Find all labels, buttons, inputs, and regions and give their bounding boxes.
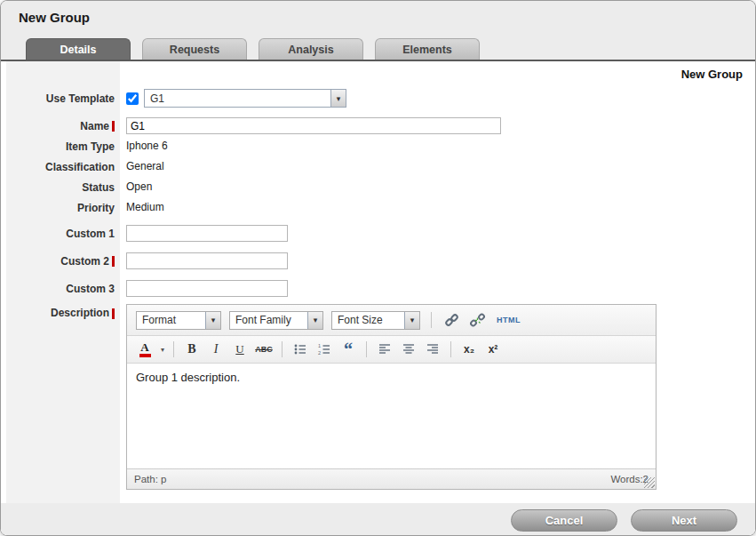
- template-select[interactable]: G1 ▾: [144, 89, 346, 108]
- footer-bar: Cancel Next: [1, 503, 755, 536]
- chevron-down-icon[interactable]: ▾: [205, 312, 220, 329]
- priority-value: Medium: [126, 197, 164, 218]
- italic-button[interactable]: I: [207, 340, 225, 358]
- description-row: Description Format ▾ Font Family ▾: [1, 304, 755, 490]
- strikethrough-button[interactable]: ABC: [255, 340, 273, 358]
- priority-label: Priority: [1, 199, 120, 217]
- custom3-row: Custom 3: [1, 278, 755, 299]
- item-type-label: Item Type: [1, 138, 120, 156]
- bullet-list-icon[interactable]: [291, 340, 309, 358]
- status-label: Status: [1, 179, 120, 196]
- tab-bar: Details Requests Analysis Elements: [1, 33, 755, 60]
- required-marker: [112, 256, 115, 267]
- custom1-row: Custom 1: [1, 223, 755, 244]
- font-color-chevron-icon[interactable]: ▾: [161, 346, 164, 354]
- align-left-icon[interactable]: [376, 340, 394, 358]
- classification-label: Classification: [1, 158, 120, 176]
- editor-path: Path: p: [134, 474, 166, 484]
- underline-button[interactable]: U: [231, 340, 249, 358]
- name-input[interactable]: [126, 117, 501, 134]
- toolbar-separator: [366, 341, 367, 357]
- tab-requests[interactable]: Requests: [142, 38, 247, 60]
- classification-value: General: [126, 156, 164, 177]
- editor-toolbar-bottom: A ▾ B I U ABC: [127, 336, 656, 364]
- superscript-button[interactable]: x²: [484, 340, 502, 358]
- tab-analysis[interactable]: Analysis: [259, 38, 363, 60]
- html-source-button[interactable]: HTML: [494, 313, 523, 327]
- unlink-icon[interactable]: [468, 311, 486, 329]
- tab-details[interactable]: Details: [26, 38, 131, 60]
- bold-button[interactable]: B: [183, 340, 201, 358]
- editor-status-bar: Path: p Words:2: [127, 468, 656, 489]
- chevron-down-icon[interactable]: ▾: [404, 312, 419, 329]
- required-marker: [112, 308, 115, 319]
- font-size-dropdown[interactable]: Font Size ▾: [331, 311, 420, 330]
- tab-elements[interactable]: Elements: [375, 38, 480, 60]
- svg-text:2: 2: [318, 350, 321, 356]
- font-family-dropdown[interactable]: Font Family ▾: [229, 311, 323, 330]
- use-template-row: Use Template G1 ▾: [1, 88, 755, 108]
- template-select-value: G1: [145, 92, 330, 105]
- chevron-down-icon[interactable]: ▾: [307, 312, 322, 329]
- status-value: Open: [126, 177, 152, 197]
- format-dropdown[interactable]: Format ▾: [136, 311, 221, 330]
- toolbar-separator: [431, 312, 432, 328]
- custom1-label: Custom 1: [1, 225, 120, 243]
- description-label: Description: [1, 304, 120, 322]
- editor-word-count: Words:2: [610, 474, 649, 484]
- required-marker: [112, 121, 115, 132]
- new-group-window: New Group Details Requests Analysis Elem…: [0, 0, 756, 536]
- subscript-button[interactable]: x₂: [460, 340, 478, 358]
- custom2-row: Custom 2: [1, 251, 755, 271]
- editor-content[interactable]: Group 1 description.: [127, 364, 656, 468]
- resize-handle[interactable]: [644, 477, 655, 488]
- item-type-value: Iphone 6: [126, 136, 168, 156]
- custom2-input[interactable]: [126, 252, 288, 269]
- blockquote-icon[interactable]: “: [339, 340, 357, 358]
- insert-link-icon[interactable]: [442, 311, 460, 329]
- custom2-label: Custom 2: [1, 252, 120, 270]
- name-row: Name: [1, 116, 755, 136]
- toolbar-separator: [173, 341, 174, 357]
- use-template-label: Use Template: [1, 90, 120, 108]
- name-label: Name: [1, 117, 120, 135]
- priority-row: Priority Medium: [1, 197, 755, 218]
- details-panel: New Group Use Template G1 ▾ Name Item Ty…: [1, 61, 755, 536]
- use-template-checkbox[interactable]: [126, 92, 139, 105]
- custom1-input[interactable]: [126, 225, 288, 242]
- numbered-list-icon[interactable]: 12: [315, 340, 333, 358]
- item-type-row: Item Type Iphone 6: [1, 136, 755, 156]
- custom3-input[interactable]: [126, 280, 288, 297]
- new-group-form: Use Template G1 ▾ Name Item Type Iphone …: [1, 61, 755, 490]
- custom3-label: Custom 3: [1, 280, 120, 298]
- svg-text:1: 1: [318, 343, 321, 348]
- font-color-icon[interactable]: A: [136, 340, 154, 358]
- classification-row: Classification General: [1, 156, 755, 177]
- next-button[interactable]: Next: [631, 509, 737, 532]
- chevron-down-icon[interactable]: ▾: [330, 90, 346, 107]
- align-right-icon[interactable]: [424, 340, 442, 358]
- cancel-button[interactable]: Cancel: [511, 509, 617, 532]
- align-center-icon[interactable]: [400, 340, 418, 358]
- toolbar-separator: [450, 341, 451, 357]
- editor-toolbar-top: Format ▾ Font Family ▾ Font Size ▾: [127, 305, 656, 336]
- status-row: Status Open: [1, 177, 755, 197]
- title-bar: New Group: [1, 1, 755, 33]
- rich-text-editor: Format ▾ Font Family ▾ Font Size ▾: [126, 304, 657, 490]
- toolbar-separator: [282, 341, 283, 357]
- window-title: New Group: [19, 10, 90, 25]
